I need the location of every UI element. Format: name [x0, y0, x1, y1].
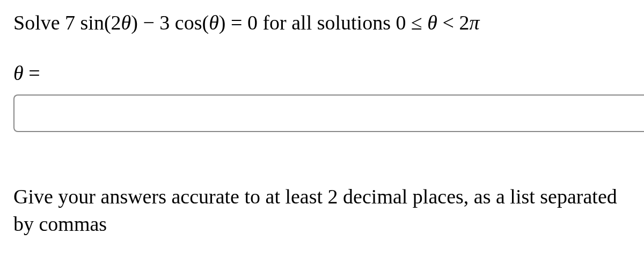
range: 0 ≤ θ < 2π: [396, 11, 479, 34]
question-prefix: Solve: [13, 11, 65, 34]
question-text: Solve 7 sin(2θ) − 3 cos(θ) = 0 for all s…: [13, 11, 639, 34]
answer-input[interactable]: [13, 94, 644, 132]
question-middle: for all solutions: [258, 11, 396, 34]
equation: 7 sin(2θ) − 3 cos(θ) = 0: [65, 11, 258, 34]
answer-label: θ =: [13, 61, 639, 85]
instruction-text: Give your answers accurate to at least 2…: [13, 183, 639, 238]
